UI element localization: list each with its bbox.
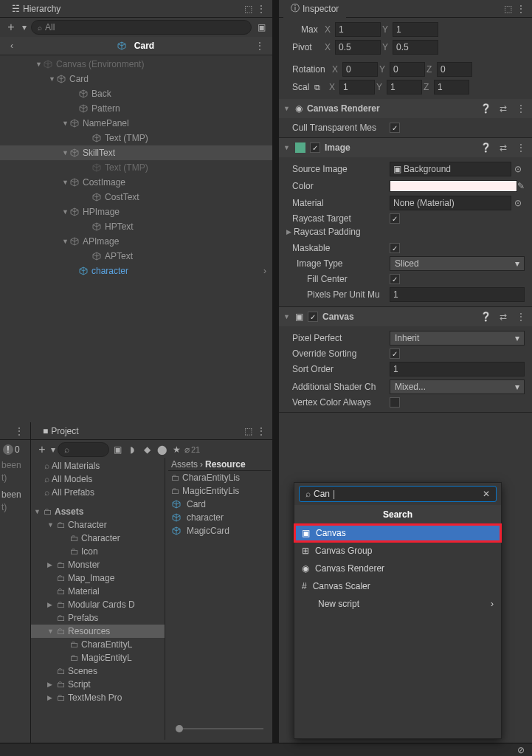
hierarchy-item[interactable]: CostText (0, 190, 272, 205)
menu-icon[interactable]: ⋮ (255, 2, 268, 16)
scale-x-field[interactable] (339, 80, 375, 94)
hierarchy-item[interactable]: ▼CostImage (0, 175, 272, 190)
warning-icon[interactable]: ⬤ (155, 443, 168, 456)
add-button[interactable]: + (35, 443, 49, 456)
hierarchy-item[interactable]: ▼APImage (0, 234, 272, 249)
search-result-item[interactable]: ◉Canvas Renderer (294, 560, 501, 577)
help-icon[interactable]: ❔ (479, 102, 492, 115)
size-slider[interactable] (176, 724, 263, 734)
component-search-input[interactable]: ⌕ Can| ✕ (299, 486, 497, 502)
menu-icon[interactable]: ⋮ (514, 102, 528, 115)
help-icon[interactable]: ❔ (479, 141, 492, 154)
add-button[interactable]: + (4, 21, 18, 34)
hierarchy-item[interactable]: APText (0, 249, 272, 264)
status-ok-icon[interactable]: ⊘ (514, 743, 528, 757)
search-filter-icon[interactable]: ▣ (255, 21, 268, 34)
search-result-item[interactable]: ⊞Canvas Group (294, 542, 501, 560)
sort-order-field[interactable] (390, 362, 525, 377)
folder-item[interactable]: ▶🗀TextMesh Pro (31, 691, 165, 704)
maskable-checkbox[interactable]: ✓ (390, 243, 400, 253)
folder-item[interactable]: 🗀Scenes (31, 664, 165, 678)
source-image-field[interactable]: ▣Background (390, 162, 511, 176)
folder-item[interactable]: 🗀Material (31, 585, 165, 598)
folder-item[interactable]: ▶🗀Monster (31, 558, 165, 571)
favorite-icon[interactable]: ★ (170, 443, 183, 456)
scale-y-field[interactable] (387, 80, 422, 94)
assets-root[interactable]: ▼🗀Assets (31, 505, 165, 518)
color-field[interactable] (390, 180, 517, 192)
rot-x-field[interactable] (342, 62, 378, 77)
folder-item[interactable]: 🗀Character (31, 532, 165, 545)
favorites-item[interactable]: ⌕All Prefabs (31, 486, 165, 499)
filter-icon[interactable]: ▣ (111, 443, 124, 456)
vertex-color-checkbox[interactable] (390, 397, 400, 408)
breadcrumb[interactable]: Assets›Resource (168, 458, 271, 471)
material-field[interactable]: None (Material) (390, 196, 511, 210)
project-tab[interactable]: ■ Project (35, 423, 86, 439)
enable-checkbox[interactable]: ✓ (308, 312, 318, 322)
filter-type-icon[interactable]: ◗ (125, 443, 139, 456)
hierarchy-item[interactable]: ▼HPImage (0, 205, 272, 219)
menu-icon[interactable]: ⋮ (514, 310, 528, 323)
preset-icon[interactable]: ⇄ (497, 102, 510, 115)
search-result-item[interactable]: New script› (294, 595, 501, 613)
hierarchy-item[interactable]: HPText (0, 219, 272, 234)
asset-item[interactable]: 🗀MagicEntityLis (168, 484, 271, 498)
lock-icon[interactable]: ⬚ (501, 2, 514, 16)
filter-label-icon[interactable]: ◆ (140, 443, 153, 456)
override-sorting-checkbox[interactable]: ✓ (390, 348, 400, 359)
enable-checkbox[interactable]: ✓ (310, 142, 320, 153)
hierarchy-item[interactable]: ▼Card (0, 72, 272, 86)
folder-item[interactable]: ▼🗀Character (31, 518, 165, 532)
asset-item[interactable]: character (168, 511, 271, 524)
hierarchy-item[interactable]: Back (0, 86, 272, 101)
menu-icon[interactable]: ⋮ (255, 425, 268, 438)
dropdown-icon[interactable]: ▾ (21, 21, 28, 34)
error-count[interactable]: ! 0 (0, 440, 30, 459)
preset-icon[interactable]: ⇄ (497, 141, 510, 154)
hierarchy-item[interactable]: Text (TMP) (0, 160, 272, 175)
hierarchy-item[interactable]: character› (0, 264, 272, 278)
foldout-icon[interactable]: ▼ (283, 105, 291, 112)
folder-item[interactable]: 🗀Prefabs (31, 611, 165, 625)
max-x-field[interactable] (335, 22, 381, 37)
hierarchy-item[interactable]: ▼SkillText (0, 145, 272, 160)
folder-item[interactable]: 🗀CharaEntityL (31, 638, 165, 651)
pivot-y-field[interactable] (393, 40, 438, 55)
scale-z-field[interactable] (434, 80, 469, 94)
search-result-item[interactable]: ▣Canvas (294, 524, 501, 542)
additional-shader-dropdown[interactable]: Mixed...▾ (390, 379, 525, 394)
menu-icon[interactable]: ⋮ (514, 141, 528, 154)
hierarchy-item[interactable]: Text (TMP) (0, 131, 272, 145)
menu-icon[interactable]: ⋮ (13, 425, 26, 438)
lock-icon[interactable]: ⬚ (241, 425, 255, 438)
asset-item[interactable]: 🗀CharaEntityLis (168, 471, 271, 484)
search-result-item[interactable]: #Canvas Scaler (294, 577, 501, 595)
hierarchy-search[interactable]: ⌕ All (31, 20, 252, 35)
max-y-field[interactable] (393, 22, 438, 37)
inspector-tab[interactable]: ⓘ Inspector (283, 0, 346, 18)
picker-icon[interactable]: ⊙ (511, 196, 525, 210)
asset-item[interactable]: MagicCard (168, 524, 271, 537)
preset-icon[interactable]: ⇄ (497, 310, 510, 323)
hierarchy-tab[interactable]: ☵ Hierarchy (4, 1, 68, 17)
folder-item[interactable]: 🗀Map_Image (31, 571, 165, 585)
dropdown-icon[interactable]: ▾ (50, 443, 56, 456)
hierarchy-item[interactable]: ▼NamePanel (0, 116, 272, 131)
raycast-target-checkbox[interactable]: ✓ (390, 213, 400, 224)
folder-item[interactable]: 🗀Icon (31, 545, 165, 558)
hierarchy-item[interactable]: Pattern (0, 101, 272, 116)
folder-item[interactable]: ▶🗀Script (31, 678, 165, 691)
menu-icon[interactable]: ⋮ (514, 2, 528, 16)
visibility-icon[interactable]: ⌀ (184, 444, 190, 455)
favorites-item[interactable]: ⌕All Models (31, 472, 165, 486)
context-menu-icon[interactable]: ⋮ (253, 39, 266, 52)
pixel-perfect-dropdown[interactable]: Inherit▾ (390, 331, 525, 346)
fill-center-checkbox[interactable]: ✓ (390, 274, 400, 284)
lock-icon[interactable]: ⬚ (241, 2, 255, 16)
folder-item[interactable]: 🗀MagicEntityL (31, 651, 165, 664)
picker-icon[interactable]: ⊙ (511, 162, 525, 176)
foldout-icon[interactable]: ▼ (283, 144, 291, 151)
help-icon[interactable]: ❔ (479, 310, 492, 323)
foldout-icon[interactable]: ▶ (286, 228, 294, 236)
